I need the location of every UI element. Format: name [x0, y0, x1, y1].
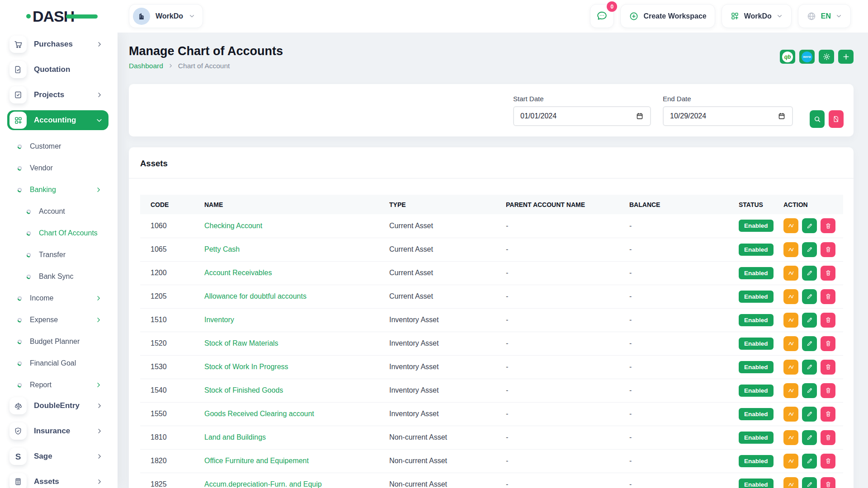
chevron-down-icon	[835, 13, 842, 19]
workspace-selector[interactable]: WorkDo	[129, 4, 203, 28]
edit-button[interactable]	[802, 289, 817, 304]
sidebar-item-label: Income	[30, 294, 53, 302]
sidebar-item-income[interactable]: Income	[0, 287, 118, 309]
account-name-link[interactable]: Account Receivables	[204, 269, 272, 277]
xero-button[interactable]: xero	[799, 50, 815, 64]
edit-button[interactable]	[802, 360, 817, 375]
edit-button[interactable]	[802, 242, 817, 257]
sidebar-item-report[interactable]: Report	[0, 374, 118, 396]
delete-button[interactable]	[821, 289, 835, 304]
brand-logo[interactable]: DASH	[26, 9, 94, 24]
sidebar-item-chart-of-accounts[interactable]: Chart Of Accounts	[0, 222, 118, 244]
edit-button[interactable]	[802, 336, 817, 351]
transactions-button[interactable]	[783, 477, 798, 488]
building-icon	[137, 11, 146, 21]
delete-button[interactable]	[821, 477, 835, 488]
sidebar-item-insurance[interactable]: Insurance	[7, 421, 108, 441]
delete-button[interactable]	[821, 266, 835, 281]
messages-button[interactable]: 0	[590, 4, 614, 28]
language-selector[interactable]: EN	[798, 4, 851, 28]
transactions-button[interactable]	[783, 313, 798, 328]
transactions-button[interactable]	[783, 336, 798, 351]
edit-button[interactable]	[802, 430, 817, 445]
account-name-link[interactable]: Checking Account	[204, 222, 262, 230]
transactions-button[interactable]	[783, 454, 798, 469]
account-name-link[interactable]: Stock of Raw Materials	[204, 339, 278, 347]
sidebar-item-financial-goal[interactable]: Financial Goal	[0, 352, 118, 374]
sidebar-item-purchases[interactable]: Purchases	[7, 34, 108, 54]
sidebar-item-budget-planner[interactable]: Budget Planner	[0, 331, 118, 352]
transactions-button[interactable]	[783, 289, 798, 304]
delete-button[interactable]	[821, 336, 835, 351]
add-account-button[interactable]	[838, 50, 854, 64]
sidebar-item-assets[interactable]: Assets	[7, 472, 108, 488]
parent-account-name: -	[495, 238, 619, 261]
sidebar-item-doubleentry[interactable]: DoubleEntry	[7, 396, 108, 416]
sidebar-item-customer[interactable]: Customer	[0, 136, 118, 157]
filter-search-button[interactable]	[810, 110, 825, 128]
sidebar-item-bank-sync[interactable]: Bank Sync	[0, 266, 118, 287]
calendar-icon[interactable]	[778, 112, 786, 120]
calendar-icon[interactable]	[636, 112, 644, 120]
delete-button[interactable]	[821, 430, 835, 445]
transactions-button[interactable]	[783, 407, 798, 422]
filter-reset-button[interactable]	[829, 110, 844, 128]
account-name-link[interactable]: Petty Cash	[204, 245, 240, 253]
transactions-button[interactable]	[783, 266, 798, 281]
delete-button[interactable]	[821, 242, 835, 257]
transactions-button[interactable]	[783, 430, 798, 445]
delete-button[interactable]	[821, 218, 835, 233]
sidebar-item-projects[interactable]: Projects	[7, 85, 108, 105]
account-name-link[interactable]: Stock of Work In Progress	[204, 363, 288, 371]
delete-button[interactable]	[821, 383, 835, 398]
account-name-link[interactable]: Accum.depreciation-Furn. and Equip	[204, 480, 322, 488]
sidebar-item-accounting[interactable]: Accounting	[7, 110, 108, 130]
globe-icon	[807, 11, 816, 21]
transactions-button[interactable]	[783, 383, 798, 398]
status-badge: Enabled	[739, 479, 774, 488]
activity-icon	[787, 457, 795, 465]
sidebar-item-vendor[interactable]: Vendor	[0, 157, 118, 179]
account-name-link[interactable]: Goods Received Clearing account	[204, 410, 314, 418]
activity-icon	[787, 481, 795, 488]
account-name-link[interactable]: Stock of Finished Goods	[204, 386, 283, 394]
edit-button[interactable]	[802, 266, 817, 281]
account-name-link[interactable]: Land and Buildings	[204, 433, 266, 441]
activity-icon	[787, 269, 795, 277]
account-name-link[interactable]: Office Furniture and Equipement	[204, 457, 309, 465]
account-name-link[interactable]: Allowance for doubtful accounts	[204, 292, 307, 300]
start-date-input[interactable]: 01/01/2024	[513, 106, 651, 126]
sidebar-item-account[interactable]: Account	[0, 201, 118, 222]
transactions-button[interactable]	[783, 360, 798, 375]
edit-button[interactable]	[802, 383, 817, 398]
delete-button[interactable]	[821, 454, 835, 469]
sidebar-item-transfer[interactable]: Transfer	[0, 244, 118, 266]
app-switcher-button[interactable]: WorkDo	[722, 4, 792, 28]
sidebar-item-expense[interactable]: Expense	[0, 309, 118, 331]
sidebar-item-sage[interactable]: S Sage	[7, 446, 108, 466]
create-workspace-button[interactable]: Create Workspace	[620, 4, 715, 28]
delete-button[interactable]	[821, 360, 835, 375]
sidebar-item-banking[interactable]: Banking	[0, 179, 118, 201]
search-icon	[813, 115, 821, 123]
sidebar-item-label: Financial Goal	[30, 359, 76, 367]
edit-button[interactable]	[802, 218, 817, 233]
end-date-input[interactable]: 10/29/2024	[663, 106, 793, 126]
transactions-button[interactable]	[783, 218, 798, 233]
edit-button[interactable]	[802, 407, 817, 422]
parent-account-name: -	[495, 379, 619, 402]
edit-button[interactable]	[802, 454, 817, 469]
account-type: Current Asset	[379, 214, 495, 238]
transactions-button[interactable]	[783, 242, 798, 257]
settings-button[interactable]	[819, 50, 834, 64]
edit-button[interactable]	[802, 477, 817, 488]
sidebar-item-quotation[interactable]: Quotation	[7, 60, 108, 80]
edit-button[interactable]	[802, 313, 817, 328]
quickbooks-button[interactable]: qb	[780, 50, 795, 64]
delete-button[interactable]	[821, 407, 835, 422]
delete-button[interactable]	[821, 313, 835, 328]
account-name-link[interactable]: Inventory	[204, 316, 234, 324]
pencil-icon	[806, 316, 813, 324]
breadcrumb-dashboard-link[interactable]: Dashboard	[129, 61, 163, 70]
trash-icon	[825, 246, 832, 253]
